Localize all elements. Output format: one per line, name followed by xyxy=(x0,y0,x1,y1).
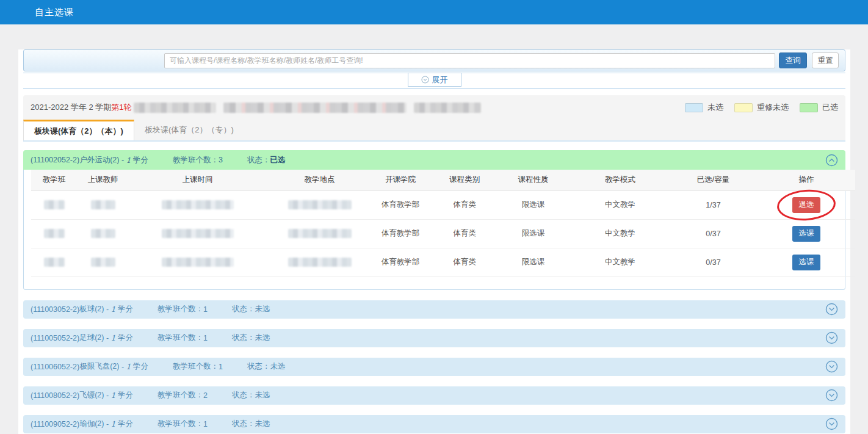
class-count-label: 教学班个数： xyxy=(173,361,219,372)
college-cell: 体育教学部 xyxy=(367,248,434,277)
table-row: 体育教学部 体育类 限选课 中文教学 1/37 退选 xyxy=(31,190,855,219)
nature-cell: 限选课 xyxy=(495,190,571,219)
redacted-class-id xyxy=(44,258,65,267)
select-button[interactable]: 选课 xyxy=(792,226,820,242)
course-credit: 1 xyxy=(111,391,116,400)
col-category: 课程类别 xyxy=(434,170,495,190)
collapse-toggle[interactable] xyxy=(825,154,838,167)
reset-button[interactable]: 重置 xyxy=(812,52,839,68)
course-bar-cricket[interactable]: (111003052-2) 板球(2) - 1 学分 教学班个数： 1 状态： … xyxy=(23,300,845,319)
semester-text: 2021-2022 学年 2 学期 xyxy=(31,102,111,113)
chevron-down-circle-icon xyxy=(421,76,429,84)
capacity-cell: 0/37 xyxy=(669,219,758,248)
semester-section: 2021-2022 学年 2 学期 第1轮 未选 重修未选 已选 xyxy=(23,95,845,142)
credit-suffix: 学分 xyxy=(133,361,148,372)
class-count-value: 1 xyxy=(203,334,208,342)
selected-swatch xyxy=(800,103,818,112)
legend-retake-unselected: 重修未选 xyxy=(734,102,789,113)
table-header-row: 教学班 上课教师 上课时间 教学地点 开课学院 课程类别 课程性质 教学模式 已… xyxy=(31,170,855,190)
col-capacity: 已选/容量 xyxy=(669,170,758,190)
course-credit: 1 xyxy=(126,362,131,371)
class-table: 教学班 上课教师 上课时间 教学地点 开课学院 课程类别 课程性质 教学模式 已… xyxy=(31,170,855,277)
tab-pe-college[interactable]: 板块课(体育（2）（专）) xyxy=(134,120,244,140)
expand-course-toggle[interactable] xyxy=(825,389,838,402)
legend-unselected: 未选 xyxy=(685,102,723,113)
status-value: 未选 xyxy=(255,304,270,314)
filter-bar: 查询 重置 xyxy=(23,49,845,71)
redacted-time xyxy=(162,200,234,209)
col-nature: 课程性质 xyxy=(495,170,571,190)
redacted-place xyxy=(288,229,352,238)
redacted-teacher xyxy=(91,229,115,238)
status-label: 状态： xyxy=(232,304,255,314)
class-count-label: 教学班个数： xyxy=(157,419,203,429)
expand-toggle[interactable]: 展开 xyxy=(408,73,461,87)
col-place: 教学地点 xyxy=(254,170,367,190)
retake-swatch xyxy=(734,103,753,112)
course-name: 瑜伽(2) xyxy=(79,419,104,429)
class-count-label: 教学班个数： xyxy=(157,304,203,314)
expand-course-toggle[interactable] xyxy=(825,360,838,373)
redacted-place xyxy=(288,200,352,209)
course-name: 足球(2) xyxy=(79,333,104,343)
capacity-cell: 0/37 xyxy=(669,248,758,277)
withdraw-button[interactable]: 退选 xyxy=(792,197,820,213)
capacity-cell: 1/37 xyxy=(669,190,758,219)
col-time: 上课时间 xyxy=(129,170,254,190)
course-bar-soccer[interactable]: (111005052-2) 足球(2) - 1 学分 教学班个数： 1 状态： … xyxy=(23,329,845,347)
table-row: 体育教学部 体育类 限选课 中文教学 0/37 选课 xyxy=(31,219,855,248)
category-cell: 体育类 xyxy=(434,190,495,219)
course-credit: 1 xyxy=(111,333,116,342)
table-row: 体育教学部 体育类 限选课 中文教学 0/37 选课 xyxy=(31,248,855,277)
legend-label: 未选 xyxy=(707,102,723,113)
course-name: 飞镖(2) xyxy=(79,390,104,400)
col-mode: 教学模式 xyxy=(571,170,669,190)
course-code: (111006052-2) xyxy=(31,363,79,371)
expand-course-toggle[interactable] xyxy=(825,331,838,344)
course-bar-darts[interactable]: (111008052-2) 飞镖(2) - 1 学分 教学班个数： 2 状态： … xyxy=(23,386,845,405)
course-bar-yoga[interactable]: (111009052-2) 瑜伽(2) - 1 学分 教学班个数： 1 状态： … xyxy=(23,415,845,433)
credit-suffix: 学分 xyxy=(118,390,133,400)
nature-cell: 限选课 xyxy=(495,248,571,277)
query-button[interactable]: 查询 xyxy=(779,52,807,68)
semester-row: 2021-2022 学年 2 学期 第1轮 未选 重修未选 已选 xyxy=(23,95,845,120)
course-card-outdoor: (111002052-2) 户外运动(2) - 1 学分 教学班个数： 3 状态… xyxy=(23,150,845,290)
chevron-down-circle-icon xyxy=(825,418,838,430)
redacted-teacher xyxy=(91,258,115,267)
expand-course-toggle[interactable] xyxy=(825,418,838,430)
class-count-value: 1 xyxy=(203,305,208,314)
mode-cell: 中文教学 xyxy=(571,190,669,219)
mode-cell: 中文教学 xyxy=(571,219,669,248)
search-input[interactable] xyxy=(164,53,775,68)
redacted-info-block xyxy=(414,103,481,113)
college-cell: 体育教学部 xyxy=(367,219,434,248)
select-button[interactable]: 选课 xyxy=(792,255,820,270)
course-name: 极限飞盘(2) xyxy=(79,361,119,372)
status-value: 未选 xyxy=(255,333,270,343)
col-teacher: 上课教师 xyxy=(77,170,129,190)
redacted-class-id xyxy=(44,229,65,238)
course-code: (111009052-2) xyxy=(31,420,79,429)
status-label: 状态： xyxy=(232,419,255,429)
status-label: 状态： xyxy=(232,333,255,343)
status-label: 状态： xyxy=(247,361,270,372)
legend-selected: 已选 xyxy=(800,102,838,113)
mode-cell: 中文教学 xyxy=(571,248,669,277)
credit-suffix: 学分 xyxy=(118,333,133,343)
expand-course-toggle[interactable] xyxy=(825,303,838,316)
course-header-selected[interactable]: (111002052-2) 户外运动(2) - 1 学分 教学班个数： 3 状态… xyxy=(23,150,845,170)
course-name: 板球(2) xyxy=(79,304,104,314)
status-value: 未选 xyxy=(255,390,270,400)
course-code: (111002052-2) xyxy=(31,156,79,164)
content-panel: 查询 重置 展开 2021-2022 学年 2 学期 第1轮 未选 xyxy=(18,49,850,434)
course-credit: 1 xyxy=(111,305,116,314)
class-count-value: 2 xyxy=(203,391,208,400)
credit-suffix: 学分 xyxy=(133,155,148,165)
legend-label: 已选 xyxy=(822,102,838,113)
tab-pe-undergrad[interactable]: 板块课(体育（2）（本）) xyxy=(23,120,134,140)
course-credit: 1 xyxy=(126,156,131,165)
chevron-down-circle-icon xyxy=(825,360,838,373)
redacted-info-block xyxy=(223,103,407,113)
nature-cell: 限选课 xyxy=(495,219,571,248)
course-bar-frisbee[interactable]: (111006052-2) 极限飞盘(2) - 1 学分 教学班个数： 1 状态… xyxy=(23,358,845,376)
